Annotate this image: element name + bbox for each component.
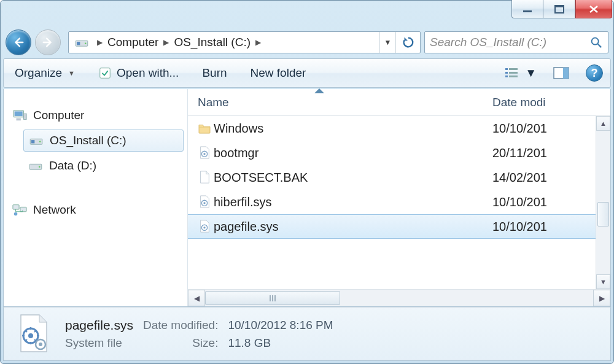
refresh-button[interactable] (395, 32, 420, 53)
chevron-right-icon[interactable]: ▶ (161, 38, 171, 47)
help-button[interactable]: ? (586, 64, 603, 82)
file-row[interactable]: bootmgr20/11/201 (188, 141, 610, 165)
details-filetype: System file (65, 336, 133, 350)
scroll-left-arrow-icon[interactable]: ◀ (188, 290, 205, 306)
svg-rect-4 (77, 42, 80, 45)
svg-point-31 (203, 202, 205, 204)
body: Computer OS_Install (C:) Data (D:) Netwo (3, 89, 611, 307)
columns-header: Name Date modi (188, 89, 610, 116)
window-controls (511, 0, 612, 18)
close-button[interactable] (575, 0, 612, 18)
breadcrumb-drive[interactable]: OS_Install (C:) (171, 32, 253, 53)
svg-rect-0 (523, 10, 532, 12)
svg-rect-19 (23, 114, 26, 119)
search-icon (589, 36, 603, 49)
scrollbar-thumb[interactable] (205, 291, 340, 305)
file-name: hiberfil.sys (214, 195, 483, 209)
scrollbar-track[interactable] (205, 290, 593, 306)
preview-pane-button[interactable] (553, 66, 570, 80)
svg-rect-2 (555, 6, 564, 7)
file-date: 10/10/201 (483, 122, 610, 136)
scroll-down-arrow-icon[interactable]: ▼ (596, 274, 610, 289)
minimize-button[interactable] (511, 0, 543, 18)
breadcrumb-computer[interactable]: Computer (105, 32, 161, 53)
file-name: pagefile.sys (214, 220, 483, 234)
svg-rect-15 (563, 68, 569, 79)
maximize-icon (553, 4, 565, 14)
svg-rect-13 (509, 76, 518, 77)
open-with-icon (98, 66, 112, 80)
address-bar[interactable]: ▶ Computer ▶ OS_Install (C:) ▶ ▼ (68, 31, 421, 53)
horizontal-scrollbar[interactable]: ◀ ▶ (188, 289, 610, 306)
organize-button[interactable]: Organize ▼ (11, 64, 79, 82)
column-name-header[interactable]: Name (188, 96, 483, 109)
file-date: 10/10/201 (483, 195, 610, 209)
details-date-label: Date modified: (143, 319, 219, 332)
file-row[interactable]: Windows10/10/201 (188, 116, 610, 141)
back-button[interactable] (6, 29, 31, 55)
maximize-button[interactable] (543, 0, 575, 18)
chevron-right-icon[interactable]: ▶ (95, 38, 105, 47)
file-name: bootmgr (214, 146, 483, 160)
chevron-right-icon[interactable]: ▶ (253, 38, 263, 47)
computer-icon (12, 109, 27, 122)
svg-point-35 (28, 333, 33, 338)
tree-label: Network (33, 203, 76, 217)
file-date: 14/02/201 (483, 171, 610, 185)
explorer-window: ▶ Computer ▶ OS_Install (C:) ▶ ▼ Organiz… (0, 0, 614, 364)
breadcrumb-label: OS_Install (C:) (174, 36, 251, 49)
details-date-value: 10/10/2012 8:16 PM (228, 319, 333, 332)
forward-arrow-icon (41, 36, 55, 49)
sort-ascending-icon (314, 88, 324, 93)
svg-point-5 (85, 42, 87, 44)
breadcrumb-label: Computer (107, 36, 158, 49)
tree-node-network[interactable]: Network (7, 199, 184, 220)
svg-rect-7 (100, 68, 111, 79)
svg-point-22 (39, 141, 41, 142)
new-folder-button[interactable]: New folder (247, 64, 310, 82)
search-box[interactable] (424, 31, 608, 53)
search-input[interactable] (430, 36, 585, 49)
tree-node-computer[interactable]: Computer (7, 105, 184, 126)
drive-icon (29, 134, 44, 147)
file-icon (188, 195, 214, 209)
folder-icon (188, 123, 214, 134)
drive-icon (28, 159, 43, 172)
forward-button[interactable] (35, 29, 61, 55)
help-icon: ? (586, 64, 603, 82)
scrollbar-thumb[interactable] (597, 202, 609, 227)
svg-rect-8 (505, 68, 508, 70)
refresh-icon (402, 36, 415, 49)
scroll-up-arrow-icon[interactable]: ▲ (596, 116, 610, 131)
file-row[interactable]: BOOTSECT.BAK14/02/201 (188, 165, 610, 190)
navigation-pane: Computer OS_Install (C:) Data (D:) Netwo (4, 89, 188, 306)
scroll-right-arrow-icon[interactable]: ▶ (593, 290, 610, 306)
open-with-label: Open with... (117, 66, 179, 80)
svg-rect-12 (505, 76, 508, 77)
details-size-value: 11.8 GB (228, 336, 333, 350)
address-dropdown[interactable]: ▼ (379, 32, 395, 53)
svg-rect-17 (15, 112, 23, 116)
burn-button[interactable]: Burn (198, 64, 230, 82)
file-icon (188, 171, 214, 184)
file-row[interactable]: hiberfil.sys10/10/201 (188, 190, 610, 214)
file-date: 20/11/201 (483, 146, 610, 160)
details-size-label: Size: (143, 336, 219, 350)
breadcrumb: ▶ Computer ▶ OS_Install (C:) ▶ (95, 32, 379, 53)
details-pane: pagefile.sys Date modified: 10/10/2012 8… (3, 307, 611, 361)
svg-rect-11 (509, 72, 518, 74)
tree-node-os-install[interactable]: OS_Install (C:) (23, 130, 184, 152)
vertical-scrollbar[interactable]: ▲ ▼ (596, 116, 610, 289)
view-options-button[interactable]: ▼ (504, 66, 537, 80)
chevron-down-icon: ▼ (68, 69, 75, 77)
file-row[interactable]: pagefile.sys10/10/201 (188, 214, 610, 239)
new-folder-label: New folder (251, 66, 306, 80)
column-date-header[interactable]: Date modi (483, 96, 610, 109)
svg-point-33 (203, 227, 205, 228)
tree-node-data[interactable]: Data (D:) (23, 155, 184, 176)
chevron-down-icon: ▼ (525, 66, 537, 80)
details-filename: pagefile.sys (65, 318, 133, 333)
burn-label: Burn (202, 66, 227, 80)
open-with-button[interactable]: Open with... (95, 64, 182, 82)
svg-rect-21 (31, 140, 34, 143)
